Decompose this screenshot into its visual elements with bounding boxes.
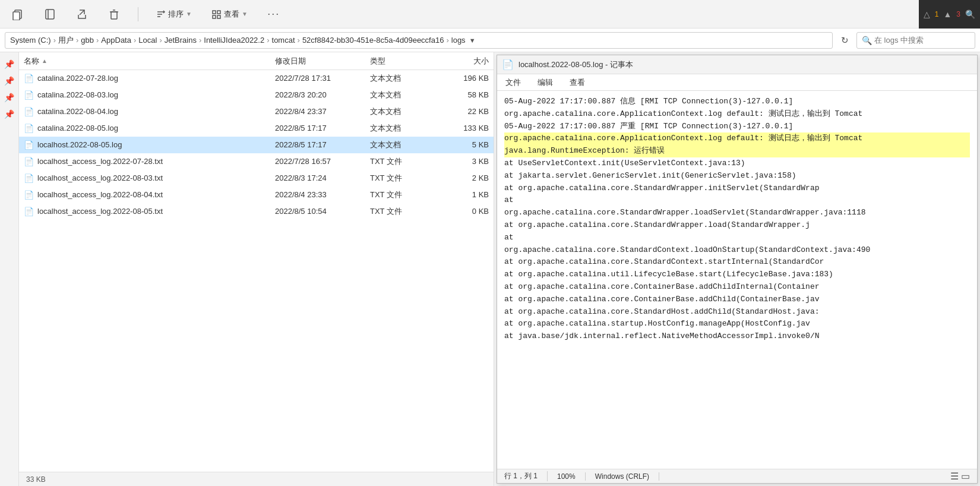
notepad-encoding: Windows (CRLF): [586, 472, 659, 481]
file-size: 133 KB: [441, 124, 489, 132]
triangle-err-icon: ▲: [943, 10, 951, 19]
file-row[interactable]: 📄 localhost.2022-08-05.log 2022/8/5 17:1…: [19, 137, 494, 153]
file-type: TXT 文件: [370, 190, 441, 200]
file-row[interactable]: 📄 catalina.2022-08-03.log 2022/8/3 20:20…: [19, 87, 494, 103]
file-size: 58 KB: [441, 90, 489, 99]
bc-local[interactable]: Local: [138, 36, 157, 45]
file-row[interactable]: 📄 catalina.2022-08-04.log 2022/8/4 23:37…: [19, 103, 494, 120]
bc-sep-7: ›: [298, 36, 300, 45]
sort-button[interactable]: 排序 ▼: [151, 7, 197, 22]
file-icon: 📄: [24, 173, 34, 183]
file-date: 2022/8/4 23:37: [275, 107, 370, 116]
main-area: 📌 📌 📌 📌 名称 ▲ 修改日期 类型 大小 📄 catalina.2022-…: [0, 52, 980, 486]
view-label: 查看: [224, 9, 239, 20]
breadcrumb[interactable]: System (C:) › 用户 › gbb › AppData › Local…: [5, 32, 833, 49]
file-icon: 📄: [24, 190, 34, 200]
bc-sep-3: ›: [134, 36, 136, 45]
bc-appdata[interactable]: AppData: [101, 36, 131, 45]
cut-button[interactable]: [39, 4, 61, 25]
col-date-header[interactable]: 修改日期: [275, 56, 370, 67]
log-line: org.apache.catalina.core.ApplicationCont…: [504, 108, 970, 121]
log-line: java.lang.RuntimeException: 运行错误: [504, 145, 970, 157]
share-button[interactable]: [71, 4, 93, 25]
bc-gbb[interactable]: gbb: [81, 36, 94, 45]
search-input[interactable]: [874, 36, 969, 45]
bc-sep-0: ›: [53, 36, 56, 45]
bc-idea[interactable]: IntelliJIdea2022.2: [204, 36, 264, 45]
pin-btn-2[interactable]: 📌: [2, 74, 17, 88]
bc-users[interactable]: 用户: [58, 35, 74, 46]
notepad-zoom: 100%: [548, 472, 586, 481]
log-line: org.apache.catalina.core.StandardContext…: [504, 244, 970, 257]
menu-view[interactable]: 查看: [566, 76, 589, 89]
search-top-icon[interactable]: 🔍: [965, 10, 975, 19]
bc-sep-1: ›: [76, 36, 78, 45]
log-line: 05-Aug-2022 17:17:00.887 严重 [RMI TCP Con…: [504, 121, 970, 133]
file-date: 2022/7/28 17:31: [275, 74, 370, 83]
notepad-view-icons[interactable]: ☰ ▭: [950, 471, 970, 482]
sort-label: 排序: [168, 9, 184, 20]
pin-sidebar: 📌 📌 📌 📌: [0, 52, 19, 486]
pin-btn-3[interactable]: 📌: [2, 90, 17, 105]
copy-button[interactable]: [7, 4, 29, 25]
menu-edit[interactable]: 编辑: [534, 76, 557, 89]
file-row[interactable]: 📄 localhost_access_log.2022-07-28.txt 20…: [19, 153, 494, 170]
file-type: 文本文档: [370, 73, 441, 84]
file-date: 2022/8/5 17:17: [275, 124, 370, 132]
file-row[interactable]: 📄 localhost_access_log.2022-08-03.txt 20…: [19, 170, 494, 187]
wrap-view-icon[interactable]: ▭: [961, 471, 970, 482]
log-line: at org.apache.catalina.startup.HostConfi…: [504, 318, 970, 330]
bc-sep-2: ›: [96, 36, 99, 45]
bc-logs[interactable]: logs: [451, 36, 466, 45]
col-type-header[interactable]: 类型: [370, 56, 441, 67]
file-name: localhost_access_log.2022-08-05.txt: [37, 207, 275, 216]
log-line: at org.apache.catalina.util.LifecycleBas…: [504, 269, 970, 281]
breadcrumb-dropdown-chevron[interactable]: ▼: [467, 36, 478, 45]
file-type: 文本文档: [370, 123, 441, 134]
file-row[interactable]: 📄 catalina.2022-08-05.log 2022/8/5 17:17…: [19, 120, 494, 137]
delete-button[interactable]: [103, 4, 125, 25]
file-icon: 📄: [24, 140, 34, 150]
file-row[interactable]: 📄 localhost_access_log.2022-08-05.txt 20…: [19, 203, 494, 220]
file-name: catalina.2022-08-05.log: [37, 124, 275, 132]
file-icon: 📄: [24, 124, 34, 133]
status-bar: 33 KB: [19, 472, 494, 486]
file-row[interactable]: 📄 catalina.2022-07-28.log 2022/7/28 17:3…: [19, 70, 494, 87]
col-size-header[interactable]: 大小: [441, 56, 489, 67]
sort-chevron: ▼: [186, 11, 192, 17]
bc-sep-5: ›: [199, 36, 201, 45]
pin-btn-1[interactable]: 📌: [2, 57, 17, 71]
log-line: at org.apache.catalina.core.StandardWrap…: [504, 219, 970, 232]
file-name: catalina.2022-08-03.log: [37, 90, 275, 99]
file-row[interactable]: 📄 localhost_access_log.2022-08-04.txt 20…: [19, 187, 494, 203]
view-button[interactable]: 查看 ▼: [207, 7, 252, 22]
svg-rect-12: [217, 11, 220, 14]
file-date: 2022/8/5 17:17: [275, 140, 370, 149]
search-box[interactable]: 🔍: [856, 32, 975, 49]
addressbar: System (C:) › 用户 › gbb › AppData › Local…: [0, 29, 980, 52]
status-text: 33 KB: [26, 475, 46, 484]
more-button[interactable]: ···: [263, 4, 284, 25]
file-type: 文本文档: [370, 90, 441, 100]
log-line: at org.apache.catalina.core.StandardCont…: [504, 256, 970, 269]
bc-system[interactable]: System (C:): [10, 36, 51, 45]
notepad-position: 行 1，列 1: [504, 471, 548, 481]
triangle-icon: △: [924, 10, 930, 19]
refresh-button[interactable]: ↻: [836, 32, 853, 49]
file-type: TXT 文件: [370, 206, 441, 217]
bc-jetbrains[interactable]: JetBrains: [165, 36, 197, 45]
log-line: at: [504, 232, 970, 244]
addr-actions: ↻: [836, 32, 853, 49]
log-line: at org.apache.catalina.core.StandardHost…: [504, 306, 970, 318]
log-line: org.apache.catalina.core.StandardWrapper…: [504, 207, 970, 219]
bc-tomcat[interactable]: tomcat: [272, 36, 295, 45]
bc-hash[interactable]: 52cf8842-bb30-451e-8c5a-4d09eeccfa16: [302, 36, 444, 45]
pin-btn-4[interactable]: 📌: [2, 107, 17, 121]
svg-rect-11: [213, 11, 216, 14]
log-line: 05-Aug-2022 17:17:00.887 信息 [RMI TCP Con…: [504, 96, 970, 108]
col-name-header[interactable]: 名称 ▲: [24, 56, 275, 67]
file-type: 文本文档: [370, 140, 441, 150]
menu-file[interactable]: 文件: [502, 76, 524, 89]
notepad-panel: 📄 localhost.2022-08-05.log - 记事本 文件 编辑 查…: [497, 55, 978, 484]
list-view-icon[interactable]: ☰: [950, 471, 959, 482]
